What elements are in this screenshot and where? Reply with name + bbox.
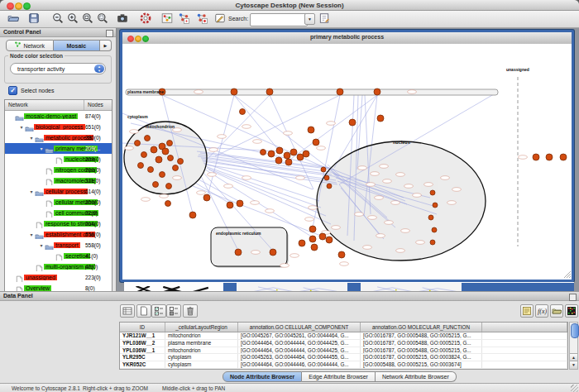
graph-node[interactable] bbox=[560, 154, 567, 160]
background-window-fragment[interactable] bbox=[361, 282, 462, 291]
tree-expand-arrow[interactable]: ▾ bbox=[28, 135, 35, 141]
graph-node[interactable] bbox=[338, 251, 345, 258]
graph-node[interactable] bbox=[268, 151, 275, 157]
tab-overflow-arrow[interactable]: ▶ bbox=[100, 40, 112, 51]
tree-item-nitrogen-compo[interactable]: nitrogen compo209(0) bbox=[5, 165, 112, 175]
tree-item-cellular-metabol[interactable]: cellular metabol209(0) bbox=[5, 197, 112, 208]
graph-node[interactable] bbox=[266, 88, 273, 95]
tree-column-network[interactable]: Network bbox=[5, 100, 84, 110]
graph-node[interactable] bbox=[337, 88, 343, 95]
graph-node[interactable] bbox=[284, 152, 290, 159]
graph-node[interactable] bbox=[299, 240, 305, 246]
canvas-resize-grip[interactable] bbox=[564, 271, 571, 278]
graph-node[interactable] bbox=[377, 115, 384, 122]
toolbar-layout-b-button[interactable] bbox=[195, 12, 208, 26]
tree-item-nucleobase-[interactable]: nucleobase-209(0) bbox=[5, 154, 112, 165]
node-color-attribute-select[interactable]: transporter activity ▲▼ bbox=[10, 63, 106, 74]
app-titlebar[interactable]: Cytoscape Desktop (New Session) bbox=[0, 0, 579, 11]
attribute-table-button[interactable] bbox=[120, 304, 135, 318]
tree-expand-arrow[interactable]: ▾ bbox=[28, 232, 35, 237]
graph-node[interactable] bbox=[227, 202, 233, 208]
tree-item-cellular-process[interactable]: ▾cellular process614(0) bbox=[5, 186, 112, 197]
graph-node[interactable] bbox=[261, 150, 266, 155]
background-window-fragment[interactable] bbox=[347, 282, 361, 291]
table-row-YJR121W__1[interactable]: YJR121W__1mitochondrion[GO:0045267, GO:0… bbox=[120, 332, 567, 340]
background-window-fragment[interactable] bbox=[237, 282, 347, 291]
toolbar-open-button[interactable] bbox=[7, 12, 20, 26]
tab-network[interactable]: Network bbox=[6, 40, 54, 51]
graph-node[interactable] bbox=[141, 152, 147, 158]
tree-item-cell-communicat[interactable]: cell communicat22(0) bbox=[5, 208, 112, 218]
background-window-fragment[interactable] bbox=[124, 282, 223, 291]
graph-node[interactable] bbox=[533, 154, 539, 160]
column-header-annotation.GO CELLULAR_COMPONENT[interactable]: annotation.GO CELLULAR_COMPONENT bbox=[238, 323, 361, 332]
tree-expand-arrow[interactable]: ▾ bbox=[18, 124, 25, 130]
scrollbar-thumb[interactable] bbox=[571, 323, 579, 338]
graph-node[interactable] bbox=[231, 88, 237, 95]
column-header-_cellularLayoutRegion[interactable]: _cellularLayoutRegion bbox=[165, 323, 238, 332]
graph-node[interactable] bbox=[311, 244, 318, 251]
toolbar-zoom-fit-button[interactable] bbox=[81, 12, 94, 26]
graph-node[interactable] bbox=[153, 182, 159, 188]
graph-node[interactable] bbox=[156, 156, 162, 163]
new-attribute-button[interactable] bbox=[136, 304, 151, 318]
graph-node[interactable] bbox=[276, 147, 283, 154]
graph-node[interactable] bbox=[319, 233, 326, 240]
tree-item-establishment-of-lo[interactable]: ▾establishment of lo558(0) bbox=[5, 229, 112, 240]
graph-node[interactable] bbox=[349, 119, 356, 126]
tab-node-attribute-browser[interactable]: Node Attribute Browser bbox=[223, 371, 302, 382]
toolbar-layout-a-button[interactable] bbox=[177, 12, 190, 26]
tree-item-unassigned[interactable]: unassigned223(0) bbox=[5, 272, 112, 283]
table-vertical-scrollbar[interactable]: ▲ ▼ bbox=[569, 322, 578, 370]
formula-button[interactable]: f(x) bbox=[535, 304, 548, 318]
toolbar-zoom-in-button[interactable] bbox=[66, 12, 79, 26]
tree-expand-arrow[interactable]: ▾ bbox=[28, 189, 35, 194]
search-input[interactable] bbox=[250, 13, 308, 26]
graph-node[interactable] bbox=[546, 154, 553, 160]
notes-button[interactable] bbox=[520, 304, 534, 318]
tab-network-attribute-browser[interactable]: Network Attribute Browser bbox=[376, 371, 457, 382]
graph-node[interactable] bbox=[290, 149, 297, 155]
tree-item-secretion[interactable]: secretion41(0) bbox=[5, 251, 112, 261]
delete-attribute-button[interactable] bbox=[183, 304, 198, 318]
table-row-YLR295C[interactable]: YLR295Ccytoplasm[GO:0045263, GO:0044464,… bbox=[120, 354, 567, 361]
graph-node[interactable] bbox=[309, 226, 316, 232]
toolbar-zoom-region-button[interactable] bbox=[96, 12, 109, 26]
tree-item-metabolic-process[interactable]: ▾metabolic process280(0) bbox=[5, 132, 112, 143]
graph-node[interactable] bbox=[303, 151, 309, 157]
graph-node[interactable] bbox=[145, 136, 151, 141]
graph-node[interactable] bbox=[433, 203, 438, 208]
graph-node[interactable] bbox=[235, 249, 242, 256]
graph-node[interactable] bbox=[327, 184, 332, 189]
graph-node[interactable] bbox=[432, 227, 437, 232]
graph-node[interactable] bbox=[173, 165, 179, 171]
graph-node[interactable] bbox=[166, 184, 172, 189]
tree-item-mosaic-demo-yeast[interactable]: mosaic-demo-yeast874(0) bbox=[5, 111, 112, 122]
graph-node[interactable] bbox=[189, 212, 196, 218]
graph-node[interactable] bbox=[138, 163, 144, 169]
tree-item-multi-organism-pro[interactable]: multi-organism pro42(0) bbox=[5, 261, 112, 272]
toolbar-filter-edit-button[interactable] bbox=[318, 12, 331, 26]
table-row-YPL036W__2[interactable]: YPL036W__2plasma membrane[GO:0044464, GO… bbox=[120, 340, 567, 347]
graph-node[interactable] bbox=[324, 175, 329, 180]
column-header-ID[interactable]: ID bbox=[120, 323, 165, 332]
float-panel-icon[interactable] bbox=[106, 30, 113, 37]
graph-node[interactable] bbox=[308, 127, 314, 133]
graph-node[interactable] bbox=[326, 237, 333, 243]
graph-node[interactable] bbox=[428, 215, 433, 220]
network-view-window[interactable]: primary metabolic process plasma membran… bbox=[120, 30, 574, 282]
tree-item-transport[interactable]: ▾transport558(0) bbox=[5, 240, 112, 251]
tab-mosaic[interactable]: Mosaic bbox=[54, 40, 101, 51]
scroll-down-button[interactable]: ▼ bbox=[570, 361, 577, 369]
tree-column-nodes[interactable]: Nodes bbox=[84, 100, 112, 110]
unselect-attributes-button[interactable] bbox=[166, 304, 181, 318]
graph-node[interactable] bbox=[167, 141, 173, 146]
graph-node[interactable] bbox=[151, 146, 157, 153]
float-panel-icon[interactable] bbox=[569, 294, 577, 301]
select-attributes-button[interactable] bbox=[151, 304, 166, 318]
graph-node[interactable] bbox=[430, 190, 435, 195]
graph-node[interactable] bbox=[313, 139, 319, 146]
toolbar-save-button[interactable] bbox=[27, 12, 41, 26]
toolbar-vizmapper-button[interactable] bbox=[139, 12, 152, 26]
background-window-fragment[interactable] bbox=[223, 282, 237, 291]
